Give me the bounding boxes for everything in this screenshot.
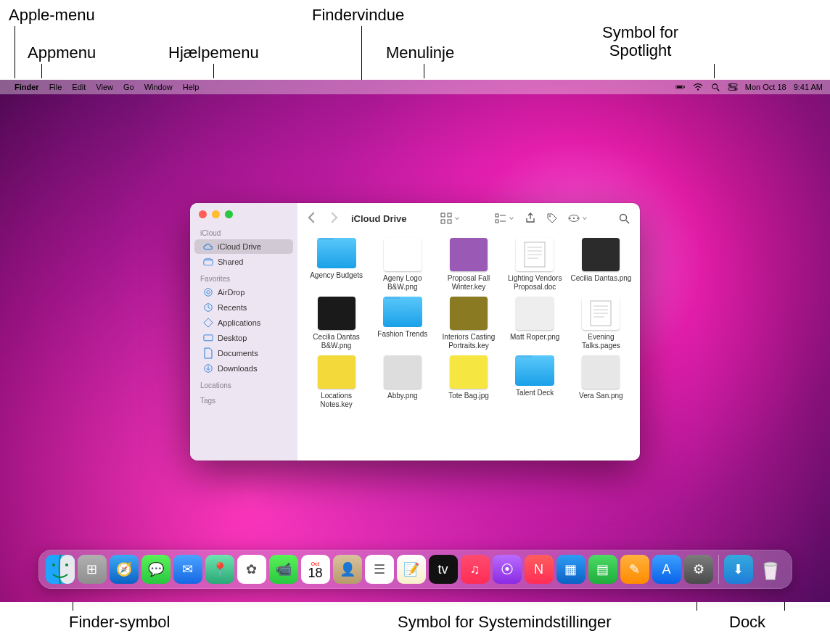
dock-pages[interactable]: ✎: [620, 555, 649, 584]
file-item[interactable]: Cecilia Dantas B&W.png: [305, 297, 368, 350]
file-item[interactable]: Interiors Casting Portraits.key: [437, 297, 500, 350]
control-center-icon[interactable]: [728, 83, 738, 91]
file-label: Talent Deck: [516, 389, 554, 397]
dock-launchpad[interactable]: ⊞: [78, 555, 107, 584]
window-minimize-button[interactable]: [212, 210, 220, 218]
menu-go[interactable]: Go: [123, 83, 134, 91]
svg-rect-17: [441, 213, 445, 217]
sidebar-item-shared[interactable]: Shared: [194, 255, 293, 269]
menubar-date[interactable]: Mon Oct 18: [745, 83, 786, 91]
dock-downloads[interactable]: ⬇︎: [724, 555, 753, 584]
file-item[interactable]: Matt Roper.png: [504, 297, 567, 350]
action-button[interactable]: [567, 211, 589, 226]
airdrop-icon: [203, 287, 213, 297]
view-icons-button[interactable]: [439, 211, 461, 226]
dock-music[interactable]: ♫: [461, 555, 490, 584]
file-label: Vera San.png: [579, 392, 623, 400]
desktop: Finder File Edit View Go Window Help Mon…: [0, 80, 830, 602]
finder-toolbar: iCloud Drive: [297, 203, 640, 234]
sidebar-item-label: AirDrop: [218, 288, 245, 297]
window-zoom-button[interactable]: [225, 210, 233, 218]
back-button[interactable]: [306, 212, 318, 226]
dock-trash[interactable]: [756, 555, 785, 584]
dock-photos[interactable]: ✿: [237, 555, 266, 584]
svg-line-31: [626, 220, 629, 223]
dock-podcasts[interactable]: ⦿: [493, 555, 522, 584]
apps-icon: [203, 318, 213, 328]
dock-separator: [718, 555, 719, 584]
svg-point-7: [729, 84, 731, 86]
file-item[interactable]: Talent Deck: [504, 355, 567, 408]
svg-point-9: [734, 88, 736, 89]
battery-icon[interactable]: [675, 83, 686, 91]
dock-notes[interactable]: 📝: [397, 555, 426, 584]
file-item[interactable]: Evening Talks.pages: [570, 297, 633, 350]
file-thumbnail: [582, 297, 620, 330]
sidebar-item-desktop[interactable]: Desktop: [194, 331, 293, 345]
file-thumbnail: [450, 355, 488, 389]
dock-messages[interactable]: 💬: [141, 555, 170, 584]
dock-tv[interactable]: tv: [429, 555, 458, 584]
file-item[interactable]: Vera San.png: [570, 355, 633, 408]
menu-help[interactable]: Help: [183, 83, 200, 91]
dock-mail[interactable]: ✉︎: [173, 555, 202, 584]
file-item[interactable]: Abby.png: [371, 355, 434, 408]
folder-icon: [515, 355, 554, 386]
svg-line-5: [717, 88, 719, 91]
tags-button[interactable]: [545, 211, 559, 226]
dock-calendar[interactable]: Oct18: [301, 555, 330, 584]
cloud-icon: [203, 242, 213, 252]
sidebar-item-icloud-drive[interactable]: iCloud Drive: [194, 239, 293, 254]
sidebar-section-label: Tags: [190, 395, 297, 406]
menu-view[interactable]: View: [96, 83, 113, 91]
file-item[interactable]: Cecilia Dantas.png: [570, 238, 633, 291]
annotation-apple-menu: Apple-menu: [9, 6, 95, 24]
file-item[interactable]: Locations Notes.key: [305, 355, 368, 408]
search-button[interactable]: [617, 211, 631, 226]
file-item[interactable]: Ageny Logo B&W.png: [371, 238, 434, 291]
spotlight-icon[interactable]: [710, 83, 720, 91]
sidebar-item-airdrop[interactable]: AirDrop: [194, 285, 293, 300]
menubar-time[interactable]: 9:41 AM: [794, 83, 823, 91]
share-button[interactable]: [523, 211, 538, 226]
file-item[interactable]: Proposal Fall Winter.key: [437, 238, 500, 291]
sidebar-item-applications[interactable]: Applications: [194, 315, 293, 330]
menu-file[interactable]: File: [49, 83, 62, 91]
svg-point-28: [577, 218, 578, 219]
file-thumbnail: [384, 355, 422, 389]
sidebar-item-recents[interactable]: Recents: [194, 300, 293, 315]
dock-app-store[interactable]: A: [652, 555, 681, 584]
svg-point-3: [697, 88, 699, 90]
menu-edit[interactable]: Edit: [72, 83, 86, 91]
dock-system-preferences[interactable]: ⚙︎: [684, 555, 713, 584]
finder-window: iCloudiCloud DriveSharedFavoritesAirDrop…: [190, 203, 640, 461]
file-item[interactable]: Fashion Trends: [371, 297, 434, 350]
file-item[interactable]: Agency Budgets: [305, 238, 368, 291]
folder-icon: [383, 297, 422, 327]
file-item[interactable]: Lighting Vendors Proposal.doc: [504, 238, 567, 291]
window-close-button[interactable]: [199, 210, 207, 218]
menu-window[interactable]: Window: [144, 83, 173, 91]
sidebar-item-documents[interactable]: Documents: [194, 346, 293, 360]
dock-safari[interactable]: 🧭: [110, 555, 139, 584]
forward-button[interactable]: [328, 212, 340, 226]
annotation-dock: Dock: [729, 613, 765, 631]
dock-maps[interactable]: 📍: [205, 555, 234, 584]
svg-rect-21: [496, 214, 498, 217]
file-item[interactable]: Tote Bag.jpg: [437, 355, 500, 408]
dock-news[interactable]: N: [525, 555, 554, 584]
file-label: Cecilia Dantas B&W.png: [305, 333, 368, 350]
dock-reminders[interactable]: ☰: [365, 555, 394, 584]
dock-finder[interactable]: [46, 555, 75, 584]
group-button[interactable]: [493, 211, 516, 226]
dock-contacts[interactable]: 👤: [333, 555, 362, 584]
app-menu[interactable]: Finder: [15, 83, 39, 91]
file-label: Abby.png: [387, 392, 418, 400]
sidebar-item-downloads[interactable]: Downloads: [194, 361, 293, 376]
dock-keynote[interactable]: ▦: [556, 555, 585, 584]
svg-point-12: [207, 291, 210, 294]
wifi-icon[interactable]: [693, 83, 703, 91]
svg-point-27: [573, 218, 575, 219]
dock-numbers[interactable]: ▤: [588, 555, 617, 584]
dock-facetime[interactable]: 📹: [269, 555, 298, 584]
